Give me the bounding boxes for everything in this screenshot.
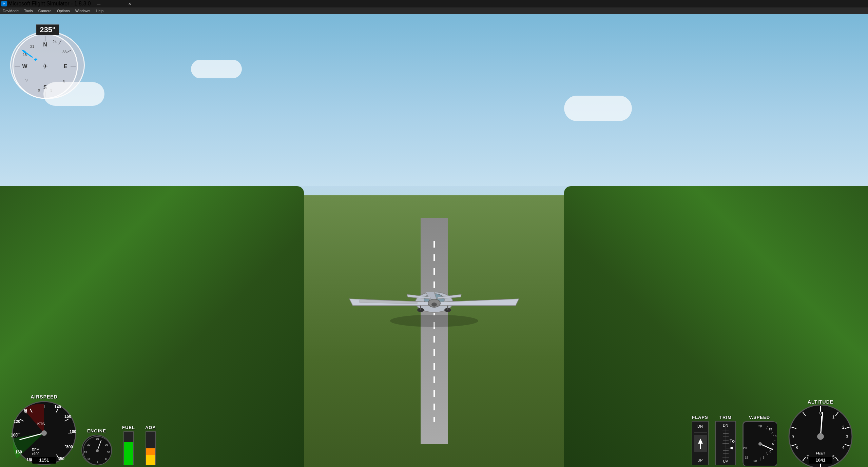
- trim-label: TRIM: [719, 415, 732, 420]
- svg-text:350: 350: [58, 456, 64, 461]
- menu-windows[interactable]: Windows: [73, 7, 93, 14]
- svg-text:8: 8: [796, 445, 798, 450]
- svg-text:0: 0: [105, 458, 107, 461]
- svg-text:1151: 1151: [39, 458, 49, 463]
- compass-heading: 235°: [36, 24, 59, 35]
- flaps-up-label: UP: [692, 458, 708, 462]
- aoa-fill-orange: [146, 448, 155, 455]
- svg-text:x100: x100: [32, 452, 39, 456]
- svg-text:0: 0: [819, 411, 822, 415]
- svg-text:20: 20: [88, 443, 91, 446]
- svg-text:10: 10: [753, 459, 757, 463]
- vspeed-instrument: V.SPEED 20 15 10 5 0 5 10 15 20: [742, 415, 776, 465]
- svg-text:20: 20: [743, 446, 747, 450]
- trim-instrument: TRIM DN: [715, 415, 736, 465]
- svg-text:N: N: [43, 42, 47, 47]
- svg-point-128: [817, 433, 824, 440]
- svg-text:5: 5: [832, 455, 835, 460]
- svg-text:21: 21: [30, 44, 34, 48]
- svg-point-70: [96, 449, 99, 452]
- svg-point-3: [431, 303, 437, 307]
- flaps-label: FLAPS: [692, 415, 708, 420]
- aoa-bar: [146, 431, 156, 465]
- aoa-instrument: AOA: [145, 425, 156, 465]
- svg-text:15: 15: [84, 451, 87, 454]
- svg-text:FEET: FEET: [816, 451, 825, 455]
- trim-up-label: UP: [716, 459, 735, 463]
- maximize-button[interactable]: □: [107, 0, 122, 7]
- svg-point-8: [390, 315, 478, 327]
- svg-text:100: 100: [11, 433, 18, 437]
- flaps-instrument: FLAPS DN UP: [692, 415, 709, 465]
- svg-text:160: 160: [15, 450, 22, 454]
- airspeed-svg: 40 120 100 160 180 200 350 300 100 150 1…: [7, 401, 81, 465]
- engine-panel: ENGINE 25 30 35 20 15 10 5 0: [81, 425, 156, 465]
- app-icon: ✈: [1, 1, 7, 6]
- menu-camera[interactable]: Camera: [36, 7, 54, 14]
- svg-text:W: W: [22, 63, 27, 69]
- svg-point-104: [758, 442, 762, 446]
- trim-to-label: To: [730, 439, 735, 444]
- cloud-extra: [43, 82, 104, 106]
- fuel-bar: [123, 431, 134, 465]
- svg-text:10: 10: [88, 458, 91, 461]
- airplane-svg: [332, 250, 536, 345]
- engine-label: ENGINE: [87, 428, 106, 433]
- altitude-label: ALTITUDE: [783, 399, 858, 405]
- svg-text:9: 9: [38, 88, 40, 92]
- svg-text:300: 300: [66, 445, 73, 449]
- svg-text:30: 30: [105, 443, 108, 446]
- airspeed-gauge-body: 40 120 100 160 180 200 350 300 100 150 1…: [7, 401, 81, 465]
- engine-svg: 25 30 35 20 15 10 5 0: [82, 435, 113, 466]
- svg-text:KTS: KTS: [37, 422, 45, 426]
- svg-text:E: E: [64, 63, 67, 69]
- close-button[interactable]: ✕: [122, 0, 138, 7]
- flaps-indicator: DN UP: [692, 421, 709, 465]
- svg-text:24: 24: [53, 40, 57, 44]
- svg-text:15: 15: [745, 456, 748, 459]
- aoa-fill-yellow: [146, 455, 155, 465]
- trim-indicator: DN: [715, 421, 736, 465]
- svg-text:0: 0: [769, 450, 771, 453]
- menu-devmode[interactable]: DevMode: [0, 7, 21, 14]
- altitude-svg: 0 1 2 3 4 5 6 7 8 9 FEET: [783, 404, 858, 467]
- airspeed-instrument: AIRSPEED: [7, 394, 81, 465]
- svg-text:140: 140: [54, 405, 61, 409]
- svg-text:120: 120: [14, 419, 20, 424]
- svg-text:5: 5: [97, 460, 98, 463]
- menu-help[interactable]: Help: [93, 7, 106, 14]
- titlebar-controls: — □ ✕: [91, 0, 138, 7]
- fuel-fill: [124, 442, 133, 465]
- altitude-instrument: ALTITUDE 0 1: [783, 397, 858, 465]
- svg-text:10: 10: [773, 434, 776, 438]
- svg-text:1: 1: [832, 415, 835, 420]
- svg-text:2: 2: [842, 425, 845, 430]
- titlebar-title: Microsoft Flight Simulator - 1.8.3.0: [8, 1, 91, 7]
- svg-text:1041: 1041: [816, 458, 826, 463]
- svg-point-55: [41, 430, 47, 436]
- cloud-extra: [191, 60, 242, 78]
- menu-tools[interactable]: Tools: [21, 7, 36, 14]
- svg-text:4: 4: [842, 445, 845, 450]
- svg-text:RPM: RPM: [32, 448, 39, 452]
- svg-text:5: 5: [763, 456, 764, 459]
- vspeed-label: V.SPEED: [749, 415, 770, 420]
- aoa-label: AOA: [145, 425, 156, 430]
- menubar: DevMode Tools Camera Options Windows Hel…: [0, 7, 868, 14]
- airspeed-label: AIRSPEED: [7, 394, 81, 400]
- svg-text:100: 100: [70, 429, 76, 434]
- svg-text:9: 9: [792, 434, 794, 439]
- minimize-button[interactable]: —: [91, 0, 107, 7]
- svg-text:7: 7: [807, 455, 809, 460]
- vspeed-gauge: 20 15 10 5 0 5 10 15 20: [742, 421, 776, 465]
- vspeed-svg: 20 15 10 5 0 5 10 15 20: [743, 422, 777, 466]
- svg-text:5: 5: [772, 442, 774, 446]
- airplane: [332, 250, 536, 345]
- menu-options[interactable]: Options: [54, 7, 73, 14]
- svg-text:25: 25: [96, 437, 99, 441]
- svg-text:150: 150: [64, 414, 71, 419]
- engine-gauge: 25 30 35 20 15 10 5 0: [81, 435, 112, 465]
- engine-instrument: ENGINE 25 30 35 20 15 10 5 0: [81, 428, 112, 465]
- altitude-gauge-body: 0 1 2 3 4 5 6 7 8 9 FEET: [783, 404, 858, 465]
- svg-text:15: 15: [769, 428, 772, 431]
